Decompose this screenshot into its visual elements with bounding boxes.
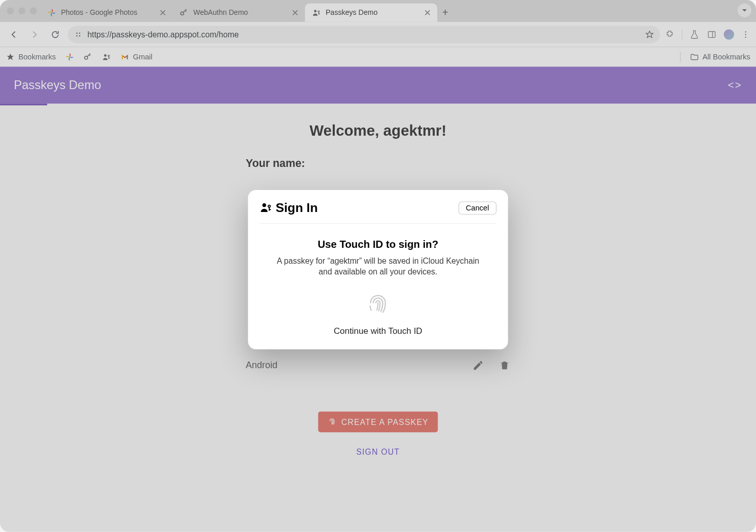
modal-body: Use Touch ID to sign in? A passkey for “… xyxy=(260,224,496,335)
modal-title: Sign In xyxy=(275,200,317,215)
modal-scrim[interactable]: Sign In Cancel Use Touch ID to sign in? … xyxy=(0,0,756,532)
cancel-button[interactable]: Cancel xyxy=(458,201,496,215)
person-key-icon xyxy=(260,201,272,214)
svg-point-11 xyxy=(268,205,270,207)
modal-description: A passkey for “agektmr” will be saved in… xyxy=(264,256,492,277)
fingerprint-icon[interactable] xyxy=(365,291,391,316)
modal-question: Use Touch ID to sign in? xyxy=(264,239,492,251)
modal-header: Sign In Cancel xyxy=(260,200,496,224)
continue-label: Continue with Touch ID xyxy=(264,326,492,335)
signin-modal: Sign In Cancel Use Touch ID to sign in? … xyxy=(248,190,508,349)
cancel-label: Cancel xyxy=(466,203,489,212)
svg-point-10 xyxy=(263,203,266,207)
